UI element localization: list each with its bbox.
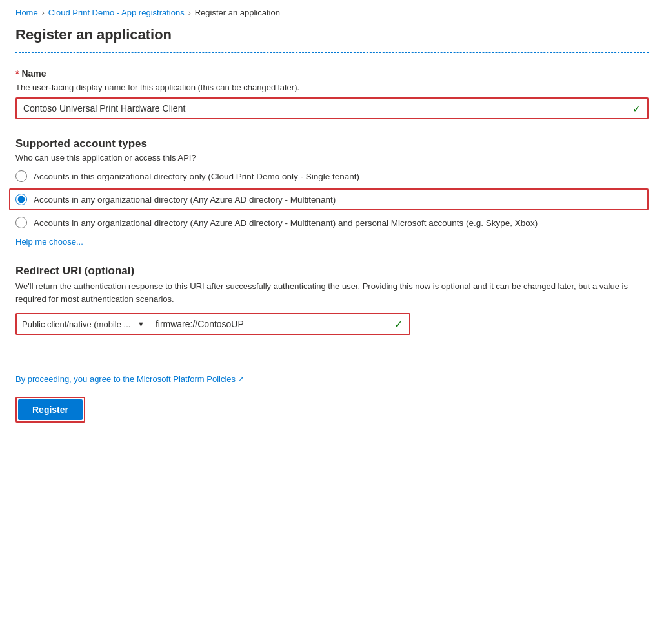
bottom-divider — [15, 361, 649, 361]
radio-option-single[interactable]: Accounts in this organizational director… — [15, 170, 649, 182]
name-input[interactable] — [17, 99, 632, 118]
name-section: * Name The user-facing display name for … — [15, 68, 649, 119]
radio-option-multi-personal[interactable]: Accounts in any organizational directory… — [15, 217, 649, 228]
radio-multi[interactable] — [15, 194, 27, 205]
policy-text: By proceeding, you agree to the Microsof… — [15, 374, 236, 384]
radio-multi-personal[interactable] — [15, 217, 27, 228]
account-types-section: Supported account types Who can use this… — [15, 137, 649, 247]
name-description: The user-facing display name for this ap… — [15, 83, 649, 92]
redirect-uri-heading: Redirect URI (optional) — [15, 265, 649, 277]
register-button[interactable]: Register — [18, 399, 83, 420]
redirect-uri-section: Redirect URI (optional) We'll return the… — [15, 265, 649, 335]
name-check-icon: ✓ — [632, 103, 647, 115]
redirect-type-select[interactable]: Public client/native (mobile ... Web Sin… — [17, 315, 152, 334]
radio-group: Accounts in this organizational director… — [15, 170, 649, 228]
breadcrumb: Home › Cloud Print Demo - App registrati… — [15, 8, 649, 17]
radio-single[interactable] — [15, 170, 27, 182]
redirect-uri-description: We'll return the authentication response… — [15, 280, 649, 305]
required-star: * — [15, 68, 19, 79]
radio-option-multi[interactable]: Accounts in any organizational directory… — [9, 188, 649, 210]
radio-multi-label: Accounts in any organizational directory… — [34, 195, 336, 205]
name-label-text: Name — [21, 68, 46, 79]
page-title: Register an application — [15, 26, 649, 43]
redirect-uri-row: Public client/native (mobile ... Web Sin… — [15, 313, 410, 335]
account-types-sub: Who can use this application or access t… — [15, 153, 649, 163]
radio-multi-personal-label: Accounts in any organizational directory… — [34, 218, 538, 228]
breadcrumb-app-reg[interactable]: Cloud Print Demo - App registrations — [48, 8, 185, 17]
name-input-wrapper: ✓ — [15, 97, 649, 119]
breadcrumb-separator-1: › — [42, 8, 45, 17]
radio-single-label: Accounts in this organizational director… — [34, 172, 359, 181]
account-types-heading: Supported account types — [15, 137, 649, 150]
external-link-icon: ↗ — [238, 375, 244, 383]
redirect-uri-input[interactable] — [149, 314, 394, 334]
name-label: * Name — [15, 68, 649, 79]
policy-link[interactable]: By proceeding, you agree to the Microsof… — [15, 374, 649, 384]
help-me-choose-link[interactable]: Help me choose... — [15, 237, 83, 247]
top-divider — [15, 52, 649, 53]
register-button-wrapper: Register — [15, 397, 85, 423]
redirect-check-icon: ✓ — [394, 318, 409, 330]
breadcrumb-current: Register an application — [195, 8, 280, 17]
redirect-select-wrapper: Public client/native (mobile ... Web Sin… — [17, 315, 149, 334]
redirect-input-wrapper: ✓ — [149, 314, 409, 334]
breadcrumb-home[interactable]: Home — [15, 8, 38, 17]
breadcrumb-separator-2: › — [188, 8, 191, 17]
